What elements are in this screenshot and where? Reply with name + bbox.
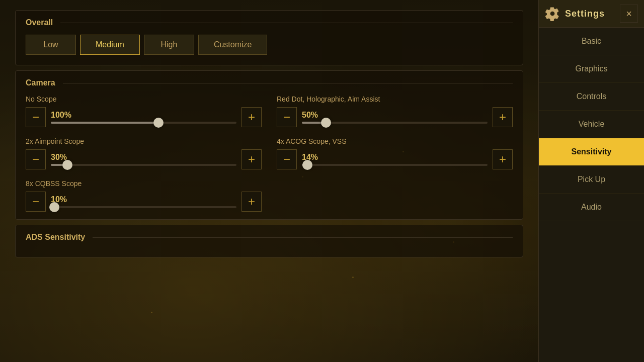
close-button[interactable]: × bbox=[620, 5, 638, 23]
2x-aimpoint-thumb[interactable] bbox=[62, 160, 72, 170]
no-scope-track[interactable] bbox=[51, 122, 236, 124]
overall-section: Overall Low Medium High Customize bbox=[15, 10, 523, 65]
red-dot-label: Red Dot, Holographic, Aim Assist bbox=[277, 95, 513, 103]
overall-divider bbox=[60, 23, 513, 23]
sidebar-item-basic[interactable]: Basic bbox=[539, 28, 644, 55]
slider-2x-aimpoint: 2x Aimpoint Scope − 30% + bbox=[26, 137, 262, 169]
camera-divider bbox=[63, 83, 513, 83]
plus-icon-2: + bbox=[499, 110, 506, 124]
sidebar-header: Settings × bbox=[539, 0, 644, 28]
red-dot-plus-button[interactable]: + bbox=[493, 107, 513, 127]
no-scope-plus-button[interactable]: + bbox=[242, 107, 262, 127]
sidebar-item-pickup[interactable]: Pick Up bbox=[539, 166, 644, 194]
4x-acog-track[interactable] bbox=[302, 164, 488, 166]
preset-buttons: Low Medium High Customize bbox=[26, 35, 513, 55]
8x-cqbss-label: 8x CQBSS Scope bbox=[26, 179, 262, 188]
sidebar-title: Settings bbox=[565, 9, 605, 19]
sidebar-item-audio-label: Audio bbox=[581, 203, 602, 212]
4x-acog-control: − 14% + bbox=[277, 149, 513, 169]
camera-title: Camera bbox=[26, 78, 55, 87]
sidebar-item-controls-label: Controls bbox=[577, 92, 607, 101]
4x-acog-thumb[interactable] bbox=[302, 160, 312, 170]
sidebar-item-audio[interactable]: Audio bbox=[539, 194, 644, 221]
red-dot-minus-button[interactable]: − bbox=[277, 107, 297, 127]
close-icon: × bbox=[626, 8, 632, 20]
sidebar-item-graphics[interactable]: Graphics bbox=[539, 55, 644, 83]
4x-acog-track-container: 14% bbox=[302, 153, 488, 166]
red-dot-track-container: 50% bbox=[302, 111, 488, 124]
2x-aimpoint-control: − 30% + bbox=[26, 149, 262, 169]
no-scope-control: − 100% + bbox=[26, 107, 262, 127]
minus-icon-5: − bbox=[32, 195, 39, 209]
no-scope-track-container: 100% bbox=[51, 111, 236, 124]
sidebar-item-sensitivity[interactable]: Sensitivity bbox=[539, 138, 644, 166]
ads-divider bbox=[93, 237, 513, 238]
overall-title: Overall bbox=[26, 18, 53, 27]
overall-header: Overall bbox=[26, 18, 513, 27]
ads-header: ADS Sensitivity bbox=[26, 233, 513, 242]
ads-title: ADS Sensitivity bbox=[26, 233, 85, 242]
no-scope-thumb[interactable] bbox=[153, 118, 164, 128]
slider-no-scope: No Scope − 100% + bbox=[26, 95, 262, 127]
8x-cqbss-track-container: 10% bbox=[51, 195, 236, 208]
minus-icon-4: − bbox=[283, 152, 290, 166]
sliders-grid: No Scope − 100% + bbox=[26, 95, 513, 212]
sidebar-item-sensitivity-label: Sensitivity bbox=[571, 147, 611, 156]
minus-icon-3: − bbox=[32, 152, 39, 166]
sidebar-item-vehicle[interactable]: Vehicle bbox=[539, 111, 644, 138]
plus-icon: + bbox=[248, 110, 255, 124]
slider-red-dot: Red Dot, Holographic, Aim Assist − 50% + bbox=[277, 95, 513, 127]
8x-cqbss-plus-button[interactable]: + bbox=[242, 192, 262, 212]
2x-aimpoint-minus-button[interactable]: − bbox=[26, 149, 46, 169]
gear-icon bbox=[545, 6, 560, 21]
sidebar-item-basic-label: Basic bbox=[582, 37, 601, 46]
red-dot-control: − 50% + bbox=[277, 107, 513, 127]
8x-cqbss-control: − 10% + bbox=[26, 192, 262, 212]
sidebar-nav: Basic Graphics Controls Vehicle Sensitiv… bbox=[539, 28, 644, 362]
no-scope-minus-button[interactable]: − bbox=[26, 107, 46, 127]
camera-section: Camera No Scope − 100% bbox=[15, 70, 523, 220]
2x-aimpoint-track[interactable] bbox=[51, 164, 236, 166]
sidebar-title-area: Settings bbox=[545, 6, 605, 21]
red-dot-thumb[interactable] bbox=[321, 118, 331, 128]
preset-low-button[interactable]: Low bbox=[26, 35, 76, 55]
no-scope-label: No Scope bbox=[26, 95, 262, 103]
sidebar: Settings × Basic Graphics Controls Vehic… bbox=[538, 0, 644, 362]
2x-aimpoint-label: 2x Aimpoint Scope bbox=[26, 137, 262, 145]
sidebar-item-controls[interactable]: Controls bbox=[539, 83, 644, 111]
slider-4x-acog: 4x ACOG Scope, VSS − 14% + bbox=[277, 137, 513, 169]
camera-header: Camera bbox=[26, 78, 513, 87]
ads-section: ADS Sensitivity bbox=[15, 225, 523, 257]
8x-cqbss-thumb[interactable] bbox=[49, 202, 59, 212]
minus-icon-2: − bbox=[283, 110, 290, 124]
no-scope-fill bbox=[51, 122, 158, 124]
4x-acog-label: 4x ACOG Scope, VSS bbox=[277, 137, 513, 145]
plus-icon-5: + bbox=[248, 195, 255, 209]
preset-high-button[interactable]: High bbox=[144, 35, 194, 55]
2x-aimpoint-plus-button[interactable]: + bbox=[242, 149, 262, 169]
4x-acog-plus-button[interactable]: + bbox=[493, 149, 513, 169]
red-dot-value: 50% bbox=[302, 111, 318, 120]
plus-icon-3: + bbox=[248, 152, 255, 166]
no-scope-value: 100% bbox=[51, 111, 71, 120]
slider-8x-cqbss: 8x CQBSS Scope − 10% + bbox=[26, 179, 262, 212]
4x-acog-minus-button[interactable]: − bbox=[277, 149, 297, 169]
preset-customize-button[interactable]: Customize bbox=[198, 35, 268, 55]
minus-icon: − bbox=[32, 110, 39, 124]
red-dot-track[interactable] bbox=[302, 122, 488, 124]
2x-aimpoint-track-container: 30% bbox=[51, 153, 236, 166]
preset-medium-button[interactable]: Medium bbox=[80, 35, 140, 55]
sidebar-item-pickup-label: Pick Up bbox=[578, 175, 605, 184]
8x-cqbss-minus-button[interactable]: − bbox=[26, 192, 46, 212]
sidebar-item-graphics-label: Graphics bbox=[575, 64, 607, 73]
8x-cqbss-track[interactable] bbox=[51, 206, 236, 208]
plus-icon-4: + bbox=[499, 152, 506, 166]
sidebar-item-vehicle-label: Vehicle bbox=[579, 120, 605, 129]
